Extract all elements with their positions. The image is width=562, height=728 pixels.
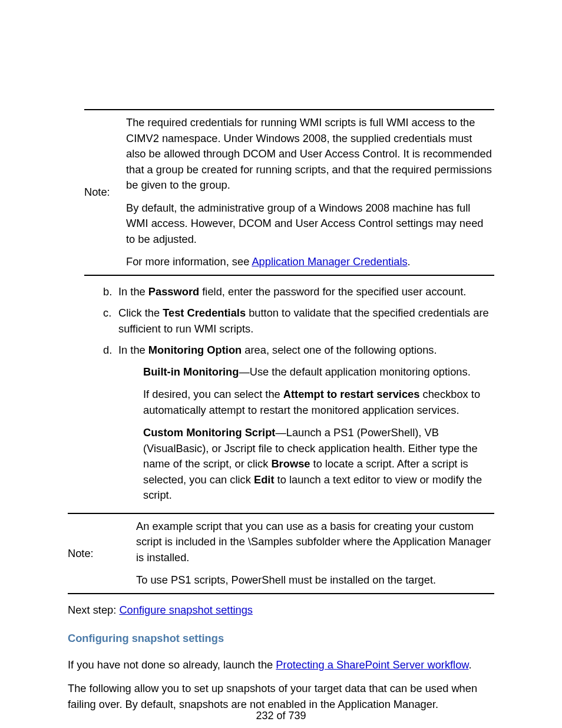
document-page: Note: The required credentials for runni… xyxy=(0,0,562,728)
step-list: b. In the Password field, enter the pass… xyxy=(103,284,494,503)
text: area, select one of the following option… xyxy=(242,344,437,356)
text: Next step: xyxy=(68,604,119,616)
note-paragraph: For more information, see Application Ma… xyxy=(126,254,494,270)
note-paragraph: By default, the administrative group of … xyxy=(126,200,494,248)
list-marker: d. xyxy=(103,342,112,358)
note-label: Note: xyxy=(84,115,126,270)
text: If you have not done so already, launch … xyxy=(68,658,276,671)
text: Click the xyxy=(118,307,163,319)
note-body: An example script that you can use as a … xyxy=(136,519,494,588)
bold-monitoring-option: Monitoring Option xyxy=(148,344,242,356)
step-c: c. Click the Test Credentials button to … xyxy=(103,305,494,337)
note-paragraph: To use PS1 scripts, PowerShell must be i… xyxy=(136,572,494,588)
note-label: Note: xyxy=(68,519,136,588)
option-paragraph: Custom Monitoring Script—Launch a PS1 (P… xyxy=(143,425,494,503)
option-builtin: Built-in Monitoring—Use the default appl… xyxy=(143,364,494,419)
link-protecting-sharepoint-workflow[interactable]: Protecting a SharePoint Server workflow xyxy=(276,658,468,671)
option-paragraph: Built-in Monitoring—Use the default appl… xyxy=(143,364,494,380)
list-marker: c. xyxy=(103,305,111,321)
bold-builtin-monitoring: Built-in Monitoring xyxy=(143,365,239,378)
text: . xyxy=(408,255,411,268)
note-paragraph: An example script that you can use as a … xyxy=(136,519,494,566)
bold-attempt-restart: Attempt to restart services xyxy=(283,388,420,400)
bold-test-credentials: Test Credentials xyxy=(163,307,246,319)
note-paragraph: The required credentials for running WMI… xyxy=(126,115,494,193)
bold-custom-monitoring-script: Custom Monitoring Script xyxy=(143,426,275,439)
link-app-manager-credentials[interactable]: Application Manager Credentials xyxy=(252,255,407,268)
step-b: b. In the Password field, enter the pass… xyxy=(103,284,494,300)
bold-password: Password xyxy=(148,285,199,298)
option-paragraph: If desired, you can select the Attempt t… xyxy=(143,387,494,418)
next-step-line: Next step: Configure snapshot settings xyxy=(68,602,494,618)
text: field, enter the password for the specif… xyxy=(199,285,466,298)
text: For more information, see xyxy=(126,255,252,268)
bold-browse: Browse xyxy=(271,457,310,470)
text: In the xyxy=(118,344,148,356)
text: In the xyxy=(118,285,148,298)
text: . xyxy=(469,658,472,671)
note-body: The required credentials for running WMI… xyxy=(126,115,494,270)
link-configure-snapshot[interactable]: Configure snapshot settings xyxy=(119,604,253,616)
heading-configuring-snapshot: Configuring snapshot settings xyxy=(68,631,494,647)
note-box-script: Note: An example script that you can use… xyxy=(68,513,494,594)
list-marker: b. xyxy=(103,284,112,300)
paragraph: If you have not done so already, launch … xyxy=(68,657,494,673)
text: If desired, you can select the xyxy=(143,388,283,400)
step-d: d. In the Monitoring Option area, select… xyxy=(103,342,494,503)
note-box-credentials: Note: The required credentials for runni… xyxy=(84,109,494,276)
page-footer: 232 of 739 xyxy=(0,708,562,723)
bold-edit: Edit xyxy=(254,473,275,486)
text: —Use the default application monitoring … xyxy=(239,365,470,378)
option-custom-script: Custom Monitoring Script—Launch a PS1 (P… xyxy=(143,425,494,503)
